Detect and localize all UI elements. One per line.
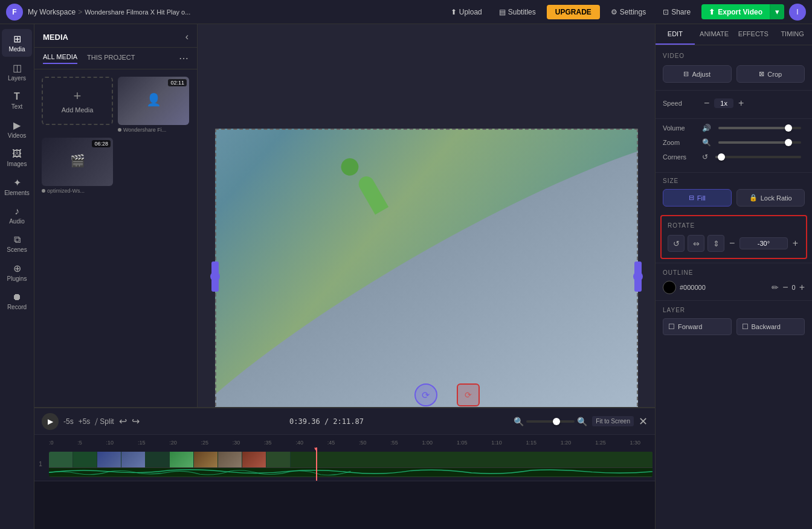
lock-ratio-button[interactable]: 🔒 Lock Ratio xyxy=(736,189,805,207)
volume-slider[interactable] xyxy=(718,127,801,129)
sidebar-item-images[interactable]: 🖼 Images xyxy=(2,144,32,172)
layer-title: LAYER xyxy=(663,307,805,313)
tab-edit[interactable]: EDIT xyxy=(656,24,695,45)
upload-icon: ⬆ xyxy=(451,8,457,16)
export-button[interactable]: ⬆ Export Video xyxy=(701,4,770,19)
outline-hex-value: #000000 xyxy=(680,284,768,291)
ruler-mark: 1:25 xyxy=(595,440,606,446)
play-button[interactable]: ▶ xyxy=(42,413,59,430)
eyedropper-icon[interactable]: ✏ xyxy=(772,283,779,292)
playhead[interactable]: ▼ xyxy=(316,447,317,481)
sidebar-item-layers[interactable]: ◫ Layers xyxy=(2,58,32,86)
timeline-zoom-slider[interactable] xyxy=(526,420,575,423)
zoom-slider[interactable] xyxy=(718,141,801,144)
canvas-left-indicator[interactable] xyxy=(210,272,220,281)
timeline-track: ▼ 1 xyxy=(34,447,655,481)
zoom-label: Zoom xyxy=(663,139,702,146)
layer-backward-button[interactable]: ☐ Backward xyxy=(736,318,805,335)
video-canvas[interactable]: STOKE xyxy=(215,129,638,425)
media-panel-collapse-icon[interactable]: ‹ xyxy=(185,31,188,42)
red-indicator-icon: ⟳ xyxy=(465,390,472,400)
media-panel-title: MEDIA xyxy=(43,33,68,42)
tab-animate[interactable]: ANIMATE xyxy=(695,24,734,45)
upload-button[interactable]: ⬆ Upload xyxy=(445,5,488,19)
redo-button[interactable]: ↪ xyxy=(132,415,140,427)
flip-h-button[interactable]: ⇔ xyxy=(688,235,704,252)
ruler-mark: 1:10 xyxy=(491,440,502,446)
canvas-right-indicator[interactable] xyxy=(633,272,643,281)
sidebar-item-audio[interactable]: ♪ Audio xyxy=(2,202,32,229)
sidebar-item-text[interactable]: T Text xyxy=(2,87,32,114)
export-dropdown-button[interactable]: ▾ xyxy=(770,4,784,19)
corners-slider[interactable] xyxy=(715,156,801,158)
rotate-ccw-button[interactable]: ↺ xyxy=(668,235,685,252)
skip-back-button[interactable]: -5s xyxy=(63,417,74,426)
close-timeline-icon[interactable]: ✕ xyxy=(639,415,648,428)
canvas-red-indicator[interactable]: ⟳ xyxy=(457,383,480,406)
adjust-button[interactable]: ⊟ Adjust xyxy=(663,65,732,83)
fill-button[interactable]: ⊟ Fill xyxy=(663,189,732,207)
ruler-mark: :55 xyxy=(390,440,398,446)
elements-icon: ✦ xyxy=(13,177,21,188)
zoom-in-icon[interactable]: 🔍 xyxy=(577,417,587,426)
subtitles-icon: ▤ xyxy=(499,8,506,16)
media-thumb-1-duration: 02:11 xyxy=(168,79,187,86)
settings-button[interactable]: ⚙ Settings xyxy=(605,5,652,19)
export-icon: ⬆ xyxy=(709,8,715,16)
canvas-bottom-indicator[interactable]: ⟳ xyxy=(414,383,437,406)
sidebar-item-videos[interactable]: ▶ Videos xyxy=(2,115,32,143)
tab-this-project[interactable]: THIS PROJECT xyxy=(87,54,135,63)
media-thumb-1[interactable]: 👤 02:11 Wondershare Fi... xyxy=(118,77,189,133)
subtitles-button[interactable]: ▤ Subtitles xyxy=(493,5,542,19)
share-icon: ⊡ xyxy=(663,8,669,16)
ruler-mark: :0 xyxy=(49,440,54,446)
share-button[interactable]: ⊡ Share xyxy=(657,5,697,19)
ruler-mark: :40 xyxy=(295,440,303,446)
ruler-mark: 1:15 xyxy=(526,440,537,446)
rotate-plus-button[interactable]: + xyxy=(791,238,800,249)
split-button[interactable]: ⧸ Split xyxy=(95,417,114,426)
zoom-icon: 🔍 xyxy=(702,138,711,147)
outline-color-swatch[interactable] xyxy=(663,281,676,294)
rotate-section: ROTATE ↺ ⇔ ⇕ − -30° + xyxy=(660,215,807,259)
track-content[interactable] xyxy=(49,452,652,477)
video-section-title: VIDEO xyxy=(663,53,805,59)
record-icon: ⏺ xyxy=(12,292,22,303)
flip-v-button[interactable]: ⇕ xyxy=(707,235,724,252)
skip-fwd-button[interactable]: +5s xyxy=(79,417,91,426)
sidebar-item-scenes[interactable]: ⧉ Scenes xyxy=(2,230,32,257)
sidebar-item-plugins[interactable]: ⊕ Plugins xyxy=(2,258,32,286)
sidebar-item-elements[interactable]: ✦ Elements xyxy=(2,173,32,200)
media-thumb-2-duration: 06:28 xyxy=(92,140,111,147)
speed-minus-button[interactable]: − xyxy=(701,98,712,109)
settings-icon: ⚙ xyxy=(611,8,617,16)
timeline-ruler: :0 :5 :10 :15 :20 :25 :30 :35 :40 :45 :5… xyxy=(34,434,655,447)
sidebar-item-media[interactable]: ⊞ Media xyxy=(2,29,32,57)
fit-to-screen-button[interactable]: Fit to Screen xyxy=(592,416,634,426)
crop-button[interactable]: ⊠ Crop xyxy=(736,65,805,83)
volume-icon: 🔊 xyxy=(702,124,711,132)
audio-icon: ♪ xyxy=(14,206,19,217)
speed-plus-button[interactable]: + xyxy=(736,98,746,109)
speed-label: Speed xyxy=(663,100,699,107)
breadcrumb-sep: > xyxy=(78,8,82,16)
media-more-icon[interactable]: ⋯ xyxy=(179,53,188,64)
avatar[interactable]: I xyxy=(789,4,806,21)
layer-forward-button[interactable]: ☐ Forward xyxy=(663,318,732,335)
plugins-icon: ⊕ xyxy=(13,263,21,274)
upgrade-button[interactable]: UPGRADE xyxy=(547,5,600,19)
zoom-out-icon[interactable]: 🔍 xyxy=(514,417,524,426)
tab-all-media[interactable]: ALL MEDIA xyxy=(43,53,77,64)
videos-icon: ▶ xyxy=(13,120,21,131)
outline-minus-button[interactable]: − xyxy=(782,282,788,293)
tab-effects[interactable]: EFFECTS xyxy=(734,24,773,45)
workspace-link[interactable]: My Workspace xyxy=(28,8,76,16)
media-icon: ⊞ xyxy=(13,33,21,45)
outline-plus-button[interactable]: + xyxy=(799,282,805,293)
undo-button[interactable]: ↩ xyxy=(119,415,127,427)
tab-timing[interactable]: TIMING xyxy=(773,24,812,45)
add-media-button[interactable]: + Add Media xyxy=(42,77,113,125)
sidebar-item-record[interactable]: ⏺ Record xyxy=(2,287,32,315)
rotate-minus-button[interactable]: − xyxy=(727,238,736,249)
media-thumb-2[interactable]: 🎬 06:28 optimized-Ws... xyxy=(42,138,113,194)
